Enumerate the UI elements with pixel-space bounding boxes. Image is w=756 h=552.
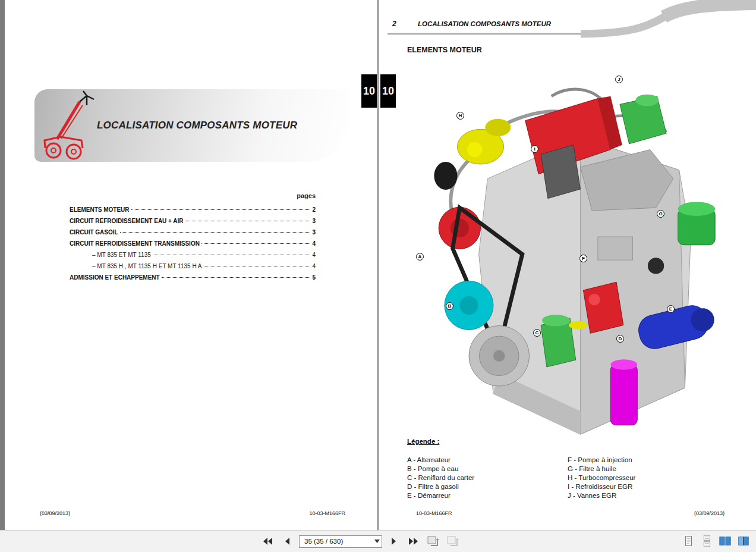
double-right-triangle-icon — [408, 537, 419, 545]
engine-marker-b: B — [446, 302, 453, 310]
last-page-button[interactable] — [406, 534, 421, 549]
engine-marker-g: G — [657, 210, 664, 218]
viewer-toolbar: 35 (35 / 630) — [0, 530, 756, 552]
toc-leader-dots — [204, 266, 311, 266]
single-page-view-button[interactable] — [681, 534, 696, 549]
breather-part — [542, 315, 570, 327]
engine-illustration — [402, 62, 735, 440]
chevron-down-icon — [372, 540, 382, 543]
legend-item: D - Filtre à gasoil — [407, 482, 474, 491]
section-tab-label: 10 — [363, 85, 375, 98]
toc-subentry[interactable]: – MT 835 H , MT 1135 H ET MT 1135 H A 4 — [70, 263, 316, 274]
table-of-contents: pages ELEMENTS MOTEUR 2 CIRCUIT REFROIDI… — [70, 192, 316, 286]
legend-item: E - Démarreur — [407, 491, 474, 500]
page-number-value: 35 (35 / 630) — [300, 538, 372, 545]
right-triangle-icon — [390, 537, 398, 545]
turbocharger-part — [467, 142, 482, 157]
toc-leader-dots — [201, 243, 311, 244]
facing-view-button[interactable] — [717, 534, 733, 549]
left-triangle-icon — [284, 537, 291, 545]
section-title: ELEMENTS MOTEUR — [407, 46, 482, 54]
book-view-button[interactable] — [736, 534, 751, 549]
legend-item: B - Pompe à eau — [407, 465, 474, 473]
previous-view-button[interactable] — [426, 534, 441, 549]
toc-leader-dots — [185, 221, 311, 221]
legend-column-left: A - Alternateur B - Pompe à eau C - Reni… — [407, 456, 474, 500]
header-page-number: 2 — [392, 20, 396, 28]
legend-item: C - Reniflard du carter — [407, 473, 474, 482]
telehandler-illustration — [37, 85, 96, 164]
section-tab-10-right: 10 — [380, 74, 396, 108]
toc-entry-label: CIRCUIT REFROIDISSEMENT EAU + AIR — [70, 218, 184, 224]
toc-entry-page: 2 — [312, 206, 316, 213]
engine-marker-e: E — [667, 305, 675, 313]
engine-marker-a: A — [416, 253, 424, 261]
legend-item: J - Vannes EGR — [568, 491, 635, 500]
turbocharger-part — [485, 119, 511, 136]
toc-entry-page: 3 — [312, 218, 316, 224]
page-navigation-group: 35 (35 / 630) — [260, 531, 461, 552]
oil-filter-part — [678, 202, 716, 215]
crank-pulley — [493, 350, 505, 362]
fuel-filter-part — [610, 365, 637, 425]
stacked-pages-icon — [700, 534, 713, 548]
header-chapter-title: LOCALISATION COMPOSANTS MOTEUR — [418, 20, 551, 27]
next-view-button[interactable] — [445, 534, 461, 549]
egr-cooler-part — [541, 145, 580, 199]
toc-leader-dots — [162, 277, 311, 278]
first-page-button[interactable] — [260, 534, 275, 549]
injection-pump-part — [588, 294, 600, 306]
toc-entry-label: – MT 835 H , MT 1135 H ET MT 1135 H A — [92, 263, 202, 269]
pdf-viewer-window: LOCALISATION COMPOSANTS MOTEUR 10 pages … — [0, 0, 756, 552]
footer-date: (03/09/2013) — [694, 510, 724, 516]
dipstick-ring — [569, 321, 587, 330]
page-number-combobox[interactable]: 35 (35 / 630) — [299, 535, 382, 548]
egr-valve-part — [635, 95, 659, 106]
legend-column-right: F - Pompe à injection G - Filtre à huile… — [568, 456, 635, 500]
engine-figure: A B C D E F G H I J — [402, 62, 735, 440]
fuel-filter-part — [610, 359, 637, 370]
page-layout-group — [681, 531, 751, 552]
engine-marker-f: F — [579, 255, 587, 262]
page-with-arrow-icon — [446, 535, 459, 547]
intake-elbow-part — [434, 162, 457, 190]
toc-entry-page: 4 — [312, 240, 316, 247]
toc-entry[interactable]: ADMISSION ET ECHAPPEMENT 5 — [70, 274, 316, 286]
toc-entry-label: ADMISSION ET ECHAPPEMENT — [70, 274, 160, 281]
legend-item: F - Pompe à injection — [568, 456, 635, 465]
toc-entry[interactable]: CIRCUIT GASOIL 3 — [70, 229, 316, 240]
footer-date: (03/09/2013) — [40, 510, 70, 516]
toc-subentry[interactable]: – MT 835 ET MT 1135 4 — [70, 252, 316, 263]
next-page-button[interactable] — [386, 534, 402, 549]
two-pages-bound-icon — [737, 534, 750, 548]
toc-leader-dots — [131, 209, 311, 210]
legend-item: G - Filtre à huile — [568, 465, 635, 473]
engine-marker-i: I — [531, 145, 538, 153]
legend-item: A - Alternateur — [407, 456, 474, 465]
page-with-arrow-icon — [427, 535, 440, 547]
toc-entry-page: 4 — [312, 252, 316, 258]
document-page-left: LOCALISATION COMPOSANTS MOTEUR 10 pages … — [5, 0, 377, 530]
toc-entry[interactable]: ELEMENTS MOTEUR 2 — [70, 206, 316, 218]
engine-marker-j: J — [615, 76, 623, 83]
legend-title: Légende : — [407, 438, 439, 445]
engine-detail — [648, 258, 664, 274]
page-footer: 10-03-M166FR (03/09/2013) — [416, 510, 724, 516]
toc-entry-page: 4 — [312, 263, 316, 269]
previous-page-button[interactable] — [279, 534, 295, 549]
continuous-view-button[interactable] — [699, 534, 714, 549]
toc-entry-label: CIRCUIT GASOIL — [70, 229, 118, 236]
toc-pages-label: pages — [70, 192, 316, 199]
water-pump-part — [459, 296, 478, 315]
two-pages-icon — [719, 534, 732, 548]
toc-leader-dots — [153, 255, 311, 255]
toc-entry-label: – MT 835 ET MT 1135 — [92, 252, 151, 258]
engine-detail — [598, 237, 633, 260]
engine-marker-c: C — [533, 329, 541, 337]
injection-pump-part — [583, 282, 623, 333]
toc-entry-page: 5 — [312, 274, 316, 281]
toc-entry[interactable]: CIRCUIT REFROIDISSEMENT EAU + AIR 3 — [70, 218, 316, 229]
toc-entry[interactable]: CIRCUIT REFROIDISSEMENT TRANSMISSION 4 — [70, 240, 316, 252]
footer-reference: 10-03-M166FR — [309, 510, 345, 516]
toc-entry-page: 3 — [312, 229, 316, 236]
